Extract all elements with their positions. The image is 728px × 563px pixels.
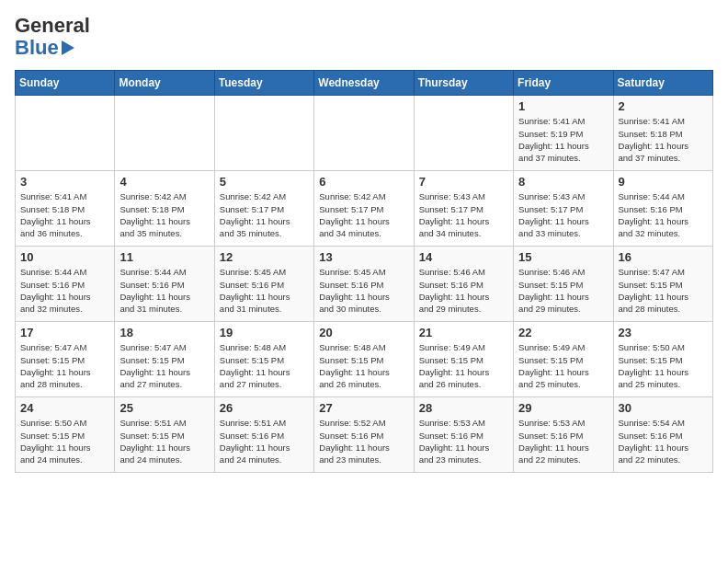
day-info: Sunrise: 5:47 AM Sunset: 5:15 PM Dayligh…	[20, 341, 109, 390]
logo-text: General Blue	[15, 15, 90, 59]
calendar-table: SundayMondayTuesdayWednesdayThursdayFrid…	[15, 70, 713, 473]
calendar-cell: 28Sunrise: 5:53 AM Sunset: 5:16 PM Dayli…	[414, 397, 513, 473]
calendar-week-2: 3Sunrise: 5:41 AM Sunset: 5:18 PM Daylig…	[16, 171, 713, 247]
logo-general: General	[15, 15, 90, 37]
calendar-cell	[214, 96, 313, 171]
calendar-cell: 17Sunrise: 5:47 AM Sunset: 5:15 PM Dayli…	[16, 322, 115, 397]
calendar-week-1: 1Sunrise: 5:41 AM Sunset: 5:19 PM Daylig…	[16, 96, 713, 171]
calendar-cell	[314, 96, 414, 171]
calendar-week-3: 10Sunrise: 5:44 AM Sunset: 5:16 PM Dayli…	[16, 247, 713, 322]
day-info: Sunrise: 5:44 AM Sunset: 5:16 PM Dayligh…	[119, 266, 209, 315]
day-number: 14	[419, 250, 508, 264]
day-number: 6	[319, 175, 408, 189]
calendar-cell: 20Sunrise: 5:48 AM Sunset: 5:15 PM Dayli…	[314, 322, 414, 397]
header-sunday: Sunday	[16, 71, 115, 96]
day-number: 26	[220, 401, 309, 415]
calendar-week-4: 17Sunrise: 5:47 AM Sunset: 5:15 PM Dayli…	[16, 322, 713, 397]
calendar-cell	[414, 96, 513, 171]
calendar-cell: 26Sunrise: 5:51 AM Sunset: 5:16 PM Dayli…	[214, 397, 313, 473]
day-info: Sunrise: 5:42 AM Sunset: 5:18 PM Dayligh…	[119, 190, 209, 239]
calendar-cell: 25Sunrise: 5:51 AM Sunset: 5:15 PM Dayli…	[115, 397, 214, 473]
day-info: Sunrise: 5:42 AM Sunset: 5:17 PM Dayligh…	[220, 190, 309, 239]
page-header: General Blue	[15, 15, 713, 59]
calendar-cell: 15Sunrise: 5:46 AM Sunset: 5:15 PM Dayli…	[514, 247, 613, 322]
calendar-cell: 2Sunrise: 5:41 AM Sunset: 5:18 PM Daylig…	[613, 96, 712, 171]
day-number: 2	[619, 99, 708, 113]
day-number: 10	[20, 250, 109, 264]
day-info: Sunrise: 5:44 AM Sunset: 5:16 PM Dayligh…	[619, 190, 708, 239]
calendar-cell: 10Sunrise: 5:44 AM Sunset: 5:16 PM Dayli…	[16, 247, 115, 322]
header-thursday: Thursday	[414, 71, 513, 96]
day-number: 8	[518, 175, 608, 189]
calendar-cell: 14Sunrise: 5:46 AM Sunset: 5:16 PM Dayli…	[414, 247, 513, 322]
calendar-cell: 24Sunrise: 5:50 AM Sunset: 5:15 PM Dayli…	[16, 397, 115, 473]
calendar-cell: 7Sunrise: 5:43 AM Sunset: 5:17 PM Daylig…	[414, 171, 513, 247]
day-number: 11	[119, 250, 209, 264]
day-number: 5	[220, 175, 309, 189]
calendar-cell: 4Sunrise: 5:42 AM Sunset: 5:18 PM Daylig…	[115, 171, 214, 247]
calendar-cell: 23Sunrise: 5:50 AM Sunset: 5:15 PM Dayli…	[613, 322, 712, 397]
calendar-cell: 18Sunrise: 5:47 AM Sunset: 5:15 PM Dayli…	[115, 322, 214, 397]
logo-blue: Blue	[15, 37, 90, 59]
day-info: Sunrise: 5:45 AM Sunset: 5:16 PM Dayligh…	[220, 266, 309, 315]
calendar-cell: 27Sunrise: 5:52 AM Sunset: 5:16 PM Dayli…	[314, 397, 414, 473]
calendar-cell	[115, 96, 214, 171]
calendar-cell: 12Sunrise: 5:45 AM Sunset: 5:16 PM Dayli…	[214, 247, 313, 322]
header-wednesday: Wednesday	[314, 71, 414, 96]
day-number: 24	[20, 401, 109, 415]
header-monday: Monday	[115, 71, 214, 96]
calendar-cell: 3Sunrise: 5:41 AM Sunset: 5:18 PM Daylig…	[16, 171, 115, 247]
day-info: Sunrise: 5:47 AM Sunset: 5:15 PM Dayligh…	[619, 266, 708, 315]
calendar-cell: 11Sunrise: 5:44 AM Sunset: 5:16 PM Dayli…	[115, 247, 214, 322]
day-info: Sunrise: 5:45 AM Sunset: 5:16 PM Dayligh…	[319, 266, 408, 315]
calendar-cell: 1Sunrise: 5:41 AM Sunset: 5:19 PM Daylig…	[514, 96, 613, 171]
day-number: 20	[319, 326, 408, 339]
day-number: 25	[119, 401, 209, 415]
calendar-cell: 8Sunrise: 5:43 AM Sunset: 5:17 PM Daylig…	[514, 171, 613, 247]
calendar-cell: 5Sunrise: 5:42 AM Sunset: 5:17 PM Daylig…	[214, 171, 313, 247]
day-info: Sunrise: 5:53 AM Sunset: 5:16 PM Dayligh…	[419, 417, 508, 465]
calendar-cell: 29Sunrise: 5:53 AM Sunset: 5:16 PM Dayli…	[514, 397, 613, 473]
day-info: Sunrise: 5:48 AM Sunset: 5:15 PM Dayligh…	[319, 341, 408, 390]
day-info: Sunrise: 5:49 AM Sunset: 5:15 PM Dayligh…	[419, 341, 508, 390]
day-info: Sunrise: 5:48 AM Sunset: 5:15 PM Dayligh…	[220, 341, 309, 390]
day-info: Sunrise: 5:49 AM Sunset: 5:15 PM Dayligh…	[518, 341, 608, 390]
day-info: Sunrise: 5:50 AM Sunset: 5:15 PM Dayligh…	[20, 417, 109, 465]
calendar-cell: 9Sunrise: 5:44 AM Sunset: 5:16 PM Daylig…	[613, 171, 712, 247]
day-number: 4	[119, 175, 209, 189]
day-number: 18	[119, 326, 209, 339]
day-info: Sunrise: 5:41 AM Sunset: 5:18 PM Dayligh…	[619, 115, 708, 164]
day-number: 13	[319, 250, 408, 264]
day-number: 9	[619, 175, 708, 189]
day-info: Sunrise: 5:53 AM Sunset: 5:16 PM Dayligh…	[518, 417, 608, 465]
day-number: 12	[220, 250, 309, 264]
day-info: Sunrise: 5:46 AM Sunset: 5:15 PM Dayligh…	[518, 266, 608, 315]
day-number: 3	[20, 175, 109, 189]
header-tuesday: Tuesday	[214, 71, 313, 96]
calendar-cell: 30Sunrise: 5:54 AM Sunset: 5:16 PM Dayli…	[613, 397, 712, 473]
day-info: Sunrise: 5:50 AM Sunset: 5:15 PM Dayligh…	[619, 341, 708, 390]
day-info: Sunrise: 5:46 AM Sunset: 5:16 PM Dayligh…	[419, 266, 508, 315]
logo-arrow-icon	[62, 40, 74, 55]
day-info: Sunrise: 5:52 AM Sunset: 5:16 PM Dayligh…	[319, 417, 408, 465]
calendar-cell	[16, 96, 115, 171]
day-info: Sunrise: 5:54 AM Sunset: 5:16 PM Dayligh…	[619, 417, 708, 465]
day-number: 23	[619, 326, 708, 339]
day-number: 17	[20, 326, 109, 339]
day-info: Sunrise: 5:41 AM Sunset: 5:19 PM Dayligh…	[518, 115, 608, 164]
day-number: 16	[619, 250, 708, 264]
day-number: 19	[220, 326, 309, 339]
calendar-cell: 6Sunrise: 5:42 AM Sunset: 5:17 PM Daylig…	[314, 171, 414, 247]
day-info: Sunrise: 5:42 AM Sunset: 5:17 PM Dayligh…	[319, 190, 408, 239]
day-info: Sunrise: 5:47 AM Sunset: 5:15 PM Dayligh…	[119, 341, 209, 390]
header-friday: Friday	[514, 71, 613, 96]
day-info: Sunrise: 5:44 AM Sunset: 5:16 PM Dayligh…	[20, 266, 109, 315]
calendar-cell: 21Sunrise: 5:49 AM Sunset: 5:15 PM Dayli…	[414, 322, 513, 397]
day-number: 7	[419, 175, 508, 189]
day-number: 1	[518, 99, 608, 113]
day-number: 28	[419, 401, 508, 415]
day-info: Sunrise: 5:51 AM Sunset: 5:15 PM Dayligh…	[119, 417, 209, 465]
day-info: Sunrise: 5:41 AM Sunset: 5:18 PM Dayligh…	[20, 190, 109, 239]
logo: General Blue	[15, 15, 90, 59]
day-number: 22	[518, 326, 608, 339]
